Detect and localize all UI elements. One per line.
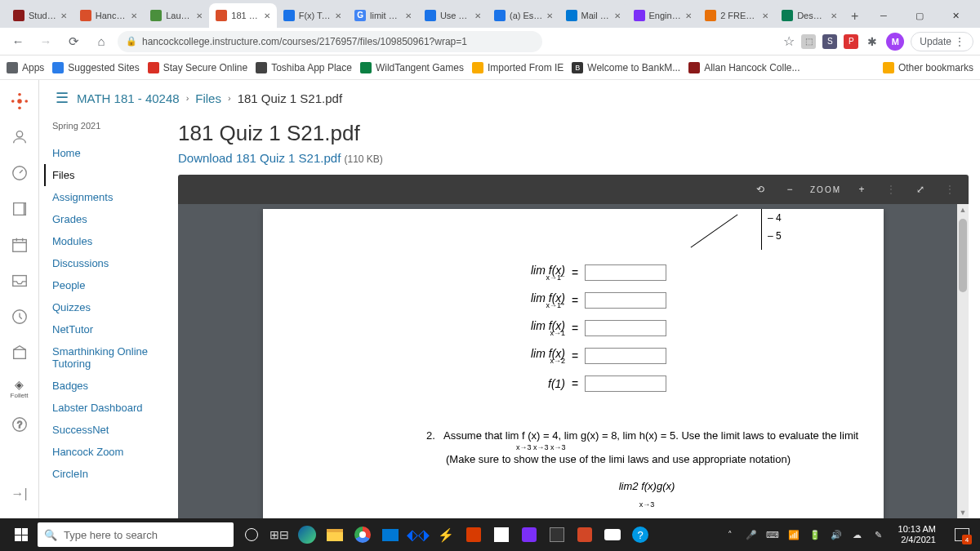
nav-calendar[interactable] xyxy=(3,229,36,261)
nav-discussions[interactable]: Discussions xyxy=(52,252,170,274)
tray-chevron-up-icon[interactable]: ˄ xyxy=(724,528,737,541)
tray-volume-icon[interactable]: 🔊 xyxy=(830,528,843,541)
taskbar-search[interactable]: 🔍 Type here to search xyxy=(38,522,234,547)
nav-smarthinking[interactable]: Smarthinking Online Tutoring xyxy=(52,340,170,375)
camera-icon[interactable] xyxy=(599,522,626,548)
extension-icon[interactable]: P xyxy=(844,34,858,49)
nav-quizzes[interactable]: Quizzes xyxy=(52,296,170,318)
close-icon[interactable]: ✕ xyxy=(335,11,341,20)
nav-labster[interactable]: Labster Dashboard xyxy=(52,397,170,419)
bookmark-apps[interactable]: Apps xyxy=(7,62,44,73)
puzzle-icon[interactable]: ✱ xyxy=(865,34,880,49)
other-bookmarks[interactable]: Other bookmarks xyxy=(883,62,973,73)
breadcrumb-files[interactable]: Files xyxy=(195,91,221,105)
tab-2free[interactable]: 2 FREE M✕ xyxy=(698,3,775,28)
help-icon[interactable]: ? xyxy=(627,522,653,548)
extension-icon[interactable]: S xyxy=(822,34,837,49)
pdf-viewport[interactable]: – 4 – 5 lim f(x)x→1⁻ = lim f(x)x→1⁺ xyxy=(178,204,969,518)
window-minimize-button[interactable]: ─ xyxy=(866,3,902,28)
star-icon[interactable]: ☆ xyxy=(783,33,795,49)
start-button[interactable] xyxy=(5,518,38,551)
nav-circlein[interactable]: CircleIn xyxy=(52,463,170,485)
profile-avatar[interactable]: M xyxy=(886,33,904,51)
tab-usethe[interactable]: Use The✕ xyxy=(418,3,488,28)
office-icon[interactable] xyxy=(461,522,487,548)
close-icon[interactable]: ✕ xyxy=(264,11,270,20)
calculator-icon[interactable] xyxy=(544,522,570,548)
fullscreen-icon[interactable]: ⤢ xyxy=(911,180,929,198)
close-icon[interactable]: ✕ xyxy=(831,11,837,20)
nav-people[interactable]: People xyxy=(52,274,170,296)
back-button[interactable]: ← xyxy=(7,30,29,53)
bookmark-secure[interactable]: Stay Secure Online xyxy=(148,62,247,73)
bookmark-bankm[interactable]: BWelcome to BankM... xyxy=(572,62,680,73)
bookmark-imported[interactable]: Imported From IE xyxy=(472,62,564,73)
answer-box[interactable] xyxy=(585,292,666,309)
nav-modules[interactable]: Modules xyxy=(52,230,170,252)
dropbox-icon[interactable]: ⬖⬗ xyxy=(405,522,431,548)
close-icon[interactable]: ✕ xyxy=(405,11,412,20)
nav-files[interactable]: Files xyxy=(44,164,170,186)
explorer-icon[interactable] xyxy=(322,522,348,548)
nav-help[interactable]: ? xyxy=(3,408,36,441)
pdf-scrollbar[interactable]: ▲ ▼ xyxy=(957,204,969,518)
nav-inbox[interactable] xyxy=(3,264,36,297)
tray-mic-icon[interactable]: 🎤 xyxy=(745,528,758,541)
close-icon[interactable]: ✕ xyxy=(546,11,553,20)
nav-zoom[interactable]: Hancock Zoom xyxy=(52,441,170,463)
close-icon[interactable]: ✕ xyxy=(131,11,137,20)
task-view-icon[interactable]: ⊞⊟ xyxy=(266,522,292,548)
url-bar[interactable]: 🔒 hancockcollege.instructure.com/courses… xyxy=(118,31,542,52)
scrollbar-thumb[interactable] xyxy=(959,219,967,292)
answer-box[interactable] xyxy=(585,348,666,364)
taskbar-clock[interactable]: 10:13 AM 2/4/2021 xyxy=(893,524,941,544)
bookmark-toshiba[interactable]: Toshiba App Place xyxy=(256,62,352,73)
home-button[interactable]: ⌂ xyxy=(90,30,113,53)
powerpoint-icon[interactable] xyxy=(572,522,598,548)
new-tab-button[interactable]: + xyxy=(844,5,866,28)
close-icon[interactable]: ✕ xyxy=(614,11,621,20)
tab-181quiz-active[interactable]: 181 Qui✕ xyxy=(209,3,276,28)
nav-successnet[interactable]: SuccessNet xyxy=(52,419,170,441)
tray-wifi-icon[interactable]: 📶 xyxy=(787,528,800,541)
window-close-button[interactable]: ✕ xyxy=(938,3,973,28)
mail-icon[interactable] xyxy=(377,522,403,548)
bookmark-suggested[interactable]: Suggested Sites xyxy=(52,62,139,73)
nav-follett[interactable]: ◈Follett xyxy=(3,372,36,405)
nav-badges[interactable]: Badges xyxy=(52,375,170,397)
chrome-icon[interactable] xyxy=(350,522,376,548)
nav-account[interactable] xyxy=(3,121,36,153)
close-icon[interactable]: ✕ xyxy=(196,11,203,20)
close-icon[interactable]: ✕ xyxy=(60,11,67,20)
tab-launch[interactable]: Launch✕ xyxy=(144,3,209,28)
update-button[interactable]: Update⋮ xyxy=(911,32,973,51)
close-icon[interactable]: ✕ xyxy=(762,11,768,20)
tray-battery-icon[interactable]: 🔋 xyxy=(808,528,822,541)
tab-mail[interactable]: Mail - M✕ xyxy=(559,3,627,28)
edge-icon[interactable] xyxy=(294,522,320,548)
tab-fx[interactable]: F(x) To F✕ xyxy=(277,3,348,28)
forward-button[interactable]: → xyxy=(34,30,57,53)
nav-assignments[interactable]: Assignments xyxy=(52,186,170,208)
reload-button[interactable]: ⟳ xyxy=(62,30,85,53)
tab-engineer[interactable]: Engineer✕ xyxy=(627,3,699,28)
nav-dashboard[interactable] xyxy=(3,157,36,189)
tab-student[interactable]: Student✕ xyxy=(7,3,74,28)
tab-limit[interactable]: Glimit calc✕ xyxy=(348,3,418,28)
rotate-icon[interactable]: ⟲ xyxy=(751,180,769,198)
nav-courses[interactable] xyxy=(3,193,36,225)
nav-collapse[interactable]: →| xyxy=(3,478,36,510)
tray-onedrive-icon[interactable]: ☁ xyxy=(851,528,864,541)
breadcrumb-course[interactable]: MATH 181 - 40248 xyxy=(77,91,180,105)
window-maximize-button[interactable]: ▢ xyxy=(902,3,938,28)
tab-hancock[interactable]: Hancock✕ xyxy=(74,3,144,28)
canvas-logo[interactable] xyxy=(3,85,36,118)
answer-box[interactable] xyxy=(585,320,666,336)
cortana-icon[interactable] xyxy=(238,522,265,548)
zoom-out-icon[interactable]: − xyxy=(781,180,799,198)
nav-commons[interactable] xyxy=(3,336,36,369)
download-link[interactable]: Download 181 Quiz 1 S21.pdf (110 KB) xyxy=(178,151,969,165)
answer-box[interactable] xyxy=(585,375,666,392)
nav-nettutor[interactable]: NetTutor xyxy=(52,318,170,340)
store-icon[interactable] xyxy=(488,522,514,548)
